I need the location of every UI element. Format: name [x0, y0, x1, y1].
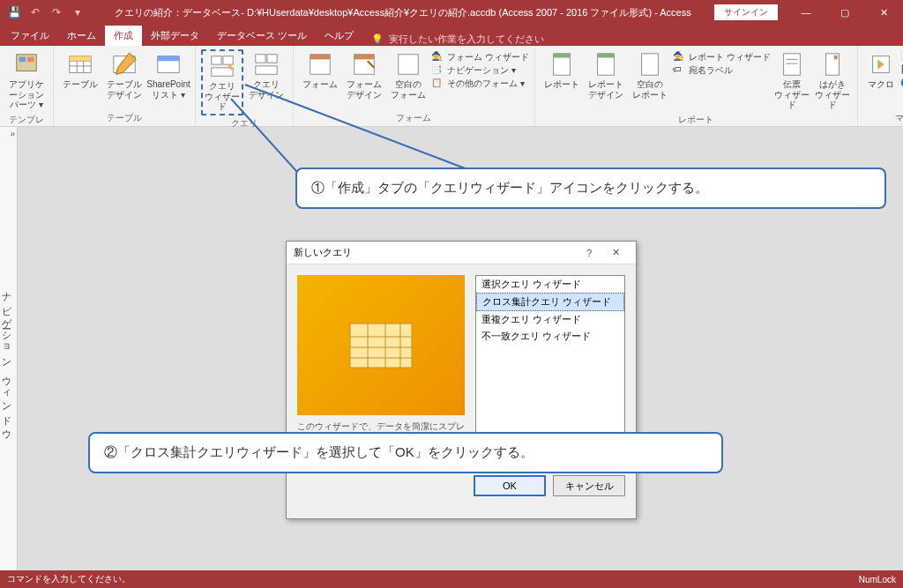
macro-button[interactable]: マクロ — [863, 49, 899, 92]
table-label: テーブル — [63, 79, 98, 90]
blank-form-label: 空白の フォーム — [391, 79, 426, 100]
option-unmatched-query[interactable]: 不一致クエリ ウィザード — [476, 328, 624, 345]
status-message: コマンドを入力してください。 — [7, 573, 131, 585]
report-design-button[interactable]: レポート デザイン — [585, 49, 627, 101]
ok-button[interactable]: OK — [474, 475, 546, 496]
tab-database-tools[interactable]: データベース ツール — [208, 26, 316, 46]
navigation-icon: 📑 — [431, 64, 444, 77]
group-label-macros: マクロとコード — [863, 110, 903, 126]
std-module-button[interactable]: 📄標準モジュール — [900, 51, 903, 63]
form-icon — [307, 51, 333, 78]
macros-small-list: 📄標準モジュール 📘クラス モジュール 🔵Visual Basic — [900, 49, 903, 90]
signin-button[interactable]: サインイン — [714, 4, 778, 20]
query-design-button[interactable]: クエリ デザイン — [245, 49, 287, 101]
form-design-button[interactable]: フォーム デザイン — [343, 49, 385, 101]
redo-icon[interactable]: ↷ — [48, 4, 65, 21]
svg-rect-19 — [310, 55, 331, 60]
dialog-help-button[interactable]: ? — [576, 248, 602, 258]
dialog-titlebar: 新しいクエリ ? ✕ — [287, 242, 636, 264]
ribbon: アプリケーション パーツ ▾ テンプレート テーブル テーブル デザイン Sha… — [0, 46, 903, 127]
tab-home[interactable]: ホーム — [58, 26, 105, 46]
tab-create[interactable]: 作成 — [105, 26, 142, 46]
group-label-reports: レポート — [541, 112, 852, 128]
application-parts-button[interactable]: アプリケーション パーツ ▾ — [5, 49, 48, 112]
qat-customize-icon[interactable]: ▾ — [69, 4, 86, 21]
labels-icon: 🏷 — [673, 64, 685, 77]
form-wizard-button[interactable]: 🧙フォーム ウィザード — [431, 51, 529, 63]
group-reports: レポート レポート デザイン 空白の レポート 🧙レポート ウィザード 🏷宛名ラ… — [535, 46, 858, 126]
callout-step-1: ①「作成」タブの「クエリウィザード」アイコンをクリックする。 — [295, 167, 886, 209]
class-module-button[interactable]: 📘クラス モジュール — [900, 64, 903, 77]
report-button[interactable]: レポート — [541, 49, 583, 92]
callout-step-2: ②「クロス集計クエリウィザード」を選択して「OK」をクリックする。 — [88, 432, 723, 473]
minimize-button[interactable]: — — [787, 0, 825, 25]
report-design-label: レポート デザイン — [588, 79, 623, 100]
dialog-close-button[interactable]: ✕ — [602, 247, 629, 258]
lightbulb-icon: 💡 — [371, 33, 384, 45]
group-label-tables: テーブル — [59, 110, 190, 126]
navigation-pane[interactable]: » ナビゲーション ウィンドウ — [0, 127, 18, 570]
callout-step-2-text: ②「クロス集計クエリウィザード」を選択して「OK」をクリックする。 — [104, 444, 534, 459]
application-parts-label: アプリケーション パーツ ▾ — [7, 79, 46, 110]
navigation-pane-label: ナビゲーション ウィンドウ — [0, 127, 15, 435]
vb-icon: 🔵 — [900, 78, 903, 90]
blank-form-icon — [395, 51, 422, 78]
save-icon[interactable]: 💾 — [5, 4, 23, 21]
svg-rect-14 — [212, 68, 233, 76]
hagaki-icon — [819, 51, 846, 78]
maximize-button[interactable]: ▢ — [825, 0, 864, 25]
macro-icon — [868, 51, 894, 78]
blank-report-icon — [637, 51, 663, 78]
report-icon — [549, 51, 575, 78]
table-design-label: テーブル デザイン — [107, 79, 142, 100]
nav-expand-icon[interactable]: » — [10, 129, 15, 138]
svg-rect-21 — [354, 55, 375, 60]
svg-rect-28 — [783, 54, 800, 75]
query-design-label: クエリ デザイン — [249, 79, 284, 100]
denpyo-wizard-button[interactable]: 伝票 ウィザード — [772, 49, 811, 112]
labels-button[interactable]: 🏷宛名ラベル — [673, 64, 771, 77]
tab-file[interactable]: ファイル — [2, 26, 58, 46]
quick-access-toolbar: 💾 ↶ ↷ ▾ — [0, 4, 92, 21]
query-wizard-button[interactable]: クエリ ウィザード — [201, 49, 243, 115]
form-label: フォーム — [302, 79, 338, 90]
wizard-options-listbox[interactable]: 選択クエリ ウィザード クロス集計クエリ ウィザード 重複クエリ ウィザード 不… — [475, 275, 625, 455]
sharepoint-lists-button[interactable]: SharePoint リスト ▾ — [147, 49, 190, 101]
new-query-dialog: 新しいクエリ ? ✕ このウィザードで、データを簡潔にスプレッドシートのようなフ… — [286, 241, 637, 519]
tab-external-data[interactable]: 外部データ — [142, 26, 208, 46]
module-icon: 📄 — [900, 51, 903, 63]
report-design-icon — [593, 51, 619, 78]
window-title: クエリの紹介：データベース- D:¥HUserdata¥desktop¥Acce… — [92, 6, 714, 19]
cancel-button[interactable]: キャンセル — [553, 475, 625, 496]
report-wizard-button[interactable]: 🧙レポート ウィザード — [673, 51, 771, 63]
visual-basic-button[interactable]: 🔵Visual Basic — [900, 78, 903, 90]
tell-me-search[interactable]: 💡 実行したい作業を入力してください — [362, 33, 553, 46]
group-tables: テーブル テーブル デザイン SharePoint リスト ▾ テーブル — [54, 46, 196, 126]
svg-rect-16 — [267, 55, 277, 63]
navigation-button[interactable]: 📑ナビゲーション ▾ — [431, 64, 529, 77]
option-crosstab-query[interactable]: クロス集計クエリ ウィザード — [476, 293, 624, 311]
blank-form-button[interactable]: 空白の フォーム — [387, 49, 429, 101]
svg-rect-15 — [256, 55, 265, 63]
status-bar: コマンドを入力してください。 NumLock — [0, 570, 903, 588]
form-button[interactable]: フォーム — [299, 49, 341, 92]
denpyo-icon — [779, 51, 805, 78]
option-duplicate-query[interactable]: 重複クエリ ウィザード — [476, 311, 624, 328]
table-design-button[interactable]: テーブル デザイン — [103, 49, 146, 101]
svg-rect-11 — [158, 56, 179, 62]
other-forms-button[interactable]: 📋その他のフォーム ▾ — [431, 78, 529, 90]
group-macros: マクロ 📄標準モジュール 📘クラス モジュール 🔵Visual Basic マク… — [858, 46, 903, 126]
hagaki-wizard-button[interactable]: はがき ウィザード — [813, 49, 852, 112]
group-label-forms: フォーム — [299, 110, 529, 126]
reports-small-list: 🧙レポート ウィザード 🏷宛名ラベル — [673, 49, 771, 77]
status-numlock: NumLock — [859, 575, 896, 584]
table-button[interactable]: テーブル — [59, 49, 101, 92]
tab-help[interactable]: ヘルプ — [316, 26, 362, 46]
title-bar: 💾 ↶ ↷ ▾ クエリの紹介：データベース- D:¥HUserdata¥desk… — [0, 0, 903, 25]
option-select-query[interactable]: 選択クエリ ウィザード — [476, 276, 624, 293]
wizard-preview-image — [297, 275, 465, 415]
blank-report-button[interactable]: 空白の レポート — [629, 49, 671, 101]
svg-rect-1 — [19, 57, 26, 63]
close-button[interactable]: ✕ — [864, 0, 903, 25]
undo-icon[interactable]: ↶ — [26, 4, 44, 21]
